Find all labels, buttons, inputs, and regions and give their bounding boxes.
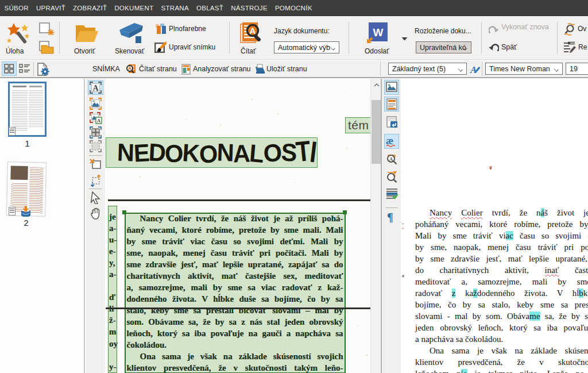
svg-text:A: A — [250, 26, 256, 36]
svg-text:æ: æ — [386, 136, 393, 147]
svg-text:A: A — [97, 118, 101, 124]
svg-text:A: A — [92, 84, 99, 93]
svg-text:A: A — [470, 64, 477, 75]
svg-text:A: A — [128, 66, 131, 71]
svg-text:W: W — [373, 26, 384, 39]
svg-text:A: A — [389, 156, 393, 162]
